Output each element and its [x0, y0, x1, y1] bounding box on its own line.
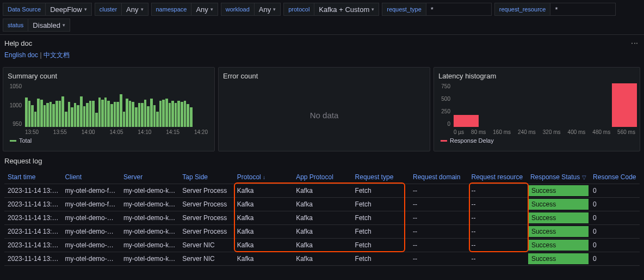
- cell-res: --: [468, 239, 527, 252]
- filter-label: namespace: [151, 3, 192, 16]
- col-request-type[interactable]: Request type: [352, 171, 410, 184]
- cell-proto: Kafka: [234, 252, 293, 266]
- col-request-domain[interactable]: Request domain: [410, 171, 468, 184]
- cell-dom: --: [410, 239, 468, 252]
- legend: Response Delay: [438, 137, 635, 144]
- cell-app: Kafka: [293, 184, 351, 198]
- table-row[interactable]: 2023-11-14 13:59:...my-otel-demo-ac...my…: [4, 225, 640, 239]
- cell-app: Kafka: [293, 252, 351, 266]
- chart-bar: [68, 102, 71, 127]
- status-badge: Success: [528, 253, 589, 264]
- cell-server: my-otel-demo-kaf...: [120, 252, 179, 266]
- chevron-down-icon: ▾: [63, 22, 65, 28]
- panel-title: Latency histogram: [438, 72, 635, 80]
- chart-bar: [169, 103, 171, 127]
- filter-value[interactable]: Any▾: [122, 3, 148, 16]
- chart-bar: [147, 106, 150, 127]
- summary-chart[interactable]: 1050 1000 950 13:50 13:55 14:00 14:05 14…: [8, 83, 210, 135]
- chart-bar: [187, 104, 189, 127]
- filter-value[interactable]: Disabled▾: [28, 19, 70, 32]
- chart-bar: [159, 101, 162, 127]
- filter-label: status: [3, 19, 28, 32]
- cell-start: 2023-11-14 13:59:...: [4, 252, 61, 266]
- english-doc-link[interactable]: English doc: [4, 51, 38, 59]
- cell-proto: Kafka: [234, 239, 293, 252]
- filter-label: Data Source: [3, 3, 46, 16]
- filter-status[interactable]: status Disabled▾: [3, 19, 70, 32]
- chart-bar: [123, 112, 126, 127]
- col-tap-side[interactable]: Tap Side: [179, 171, 233, 184]
- col-start-time[interactable]: Start time: [4, 171, 61, 184]
- cell-start: 2023-11-14 13:59:...: [4, 184, 61, 198]
- filter-namespace[interactable]: namespace Any▾: [151, 3, 218, 16]
- summary-count-panel: Summary count 1050 1000 950 13:50 13:55 …: [3, 67, 215, 151]
- filter-input[interactable]: [426, 3, 492, 16]
- filter-value[interactable]: Any▾: [255, 3, 281, 16]
- status-badge: Success: [528, 185, 589, 196]
- filter-label: request_resource: [494, 3, 551, 16]
- chart-bar: [184, 101, 187, 127]
- chart-bar: [165, 99, 168, 127]
- panel-menu-icon[interactable]: ⋮: [629, 38, 641, 47]
- table-row[interactable]: 2023-11-14 13:59:...my-otel-demo-fra...m…: [4, 184, 640, 198]
- col-client[interactable]: Client: [61, 171, 120, 184]
- cell-tap: Server Process: [179, 198, 233, 211]
- chart-bar: [171, 101, 174, 127]
- filter-icon[interactable]: ▽: [582, 174, 586, 180]
- status-badge: Success: [528, 226, 589, 237]
- cell-code: 0: [590, 252, 640, 266]
- col-response-code[interactable]: Resonse Code: [590, 171, 640, 184]
- table-row[interactable]: 2023-11-14 13:59:...my-otel-demo-fra...m…: [4, 198, 640, 211]
- filter-workload[interactable]: workload Any▾: [221, 3, 281, 16]
- filter-value[interactable]: DeepFlow▾: [46, 3, 92, 16]
- chevron-down-icon: ▾: [141, 7, 144, 12]
- col-protocol[interactable]: Protocol ↓: [234, 171, 293, 184]
- cell-tap: Server Process: [179, 211, 233, 225]
- filter-label: request_type: [382, 3, 426, 16]
- chevron-down-icon: ▾: [210, 7, 213, 12]
- chart-bar: [114, 102, 116, 127]
- chart-bar: [74, 103, 77, 127]
- cell-server: my-otel-demo-kaf...: [120, 184, 179, 198]
- cell-req: Fetch: [352, 184, 410, 198]
- panel-title: Request log: [4, 157, 640, 165]
- cell-code: 0: [590, 225, 640, 239]
- cell-res: --: [468, 225, 527, 239]
- cell-start: 2023-11-14 13:59:...: [4, 211, 61, 225]
- chart-bar: [49, 102, 52, 127]
- chart-bar: [141, 103, 144, 127]
- filter-protocol[interactable]: protocol Kafka + Custom▾: [283, 3, 379, 16]
- col-request-resource[interactable]: Request resource: [468, 171, 527, 184]
- table-row[interactable]: 2023-11-14 13:59:...my-otel-demo-ac...my…: [4, 252, 640, 266]
- latency-histogram-panel: Latency histogram 750 500 250 0 0 µs 80 …: [434, 67, 640, 151]
- filter-value[interactable]: Kafka + Custom▾: [314, 3, 379, 16]
- col-response-status[interactable]: Response Status ▽: [527, 171, 590, 184]
- filter-request-resource[interactable]: request_resource: [494, 3, 616, 16]
- col-app-protocol[interactable]: App Protocol: [293, 171, 351, 184]
- cell-server: my-otel-demo-kaf...: [120, 211, 179, 225]
- cell-proto: Kafka: [234, 198, 293, 211]
- cell-app: Kafka: [293, 211, 351, 225]
- filter-request-type[interactable]: request_type: [382, 3, 492, 16]
- chart-bar: [110, 104, 113, 127]
- table-row[interactable]: 2023-11-14 13:59:...my-otel-demo-ac...my…: [4, 239, 640, 252]
- request-log-table: Start time Client Server Tap Side Protoc…: [4, 171, 640, 266]
- help-links: English doc | 中文文档: [4, 51, 640, 60]
- latency-chart[interactable]: 750 500 250 0 0 µs 80 ms 160 ms 240 ms 3…: [438, 83, 635, 135]
- cell-server: my-otel-demo-kaf...: [120, 225, 179, 239]
- chart-bar: [129, 101, 132, 127]
- chinese-doc-link[interactable]: 中文文档: [44, 51, 70, 59]
- chart-bar: [612, 83, 637, 127]
- col-server[interactable]: Server: [120, 171, 179, 184]
- cell-code: 0: [590, 211, 640, 225]
- cell-req: Fetch: [352, 239, 410, 252]
- table-row[interactable]: 2023-11-14 13:59:...my-otel-demo-ac...my…: [4, 211, 640, 225]
- filter-input[interactable]: [550, 3, 616, 16]
- filter-value[interactable]: Any▾: [191, 3, 218, 16]
- chart-bar: [44, 105, 46, 127]
- cell-dom: --: [410, 211, 468, 225]
- filter-data-source[interactable]: Data Source DeepFlow▾: [3, 3, 92, 16]
- chart-bar: [156, 112, 159, 127]
- filter-cluster[interactable]: cluster Any▾: [95, 3, 148, 16]
- chart-bar: [77, 105, 79, 127]
